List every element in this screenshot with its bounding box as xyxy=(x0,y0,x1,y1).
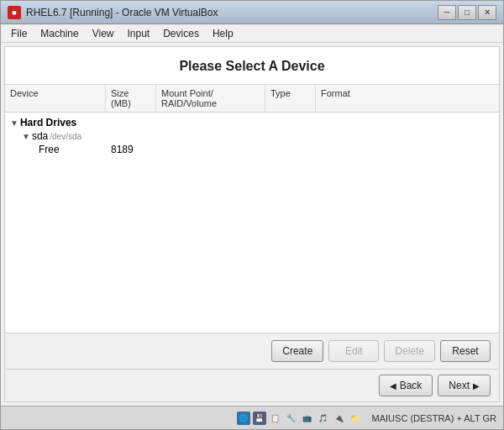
menu-view[interactable]: View xyxy=(86,26,121,41)
free-size: 8189 xyxy=(106,143,156,156)
back-button[interactable]: ◀ Back xyxy=(379,375,433,396)
close-button[interactable]: ✕ xyxy=(478,5,496,20)
edit-button: Edit xyxy=(328,340,379,362)
window-title: RHEL6.7 [Running] - Oracle VM VirtualBox xyxy=(26,7,438,18)
free-label: Free xyxy=(5,143,106,156)
group-hard-drives: ▼ Hard Drives xyxy=(5,116,106,129)
storage-icon[interactable]: 💾 xyxy=(253,412,266,425)
window-controls: ─ □ ✕ xyxy=(438,5,496,20)
menu-machine[interactable]: Machine xyxy=(34,26,85,41)
col-device: Device xyxy=(5,85,106,112)
page-title: Please Select A Device xyxy=(5,47,499,85)
usb-icon[interactable]: 🔌 xyxy=(333,412,346,425)
list-item[interactable]: Free 8189 xyxy=(5,143,499,156)
status-icons: 🌐 💾 📋 🔧 📺 🎵 🔌 📁 xyxy=(237,412,362,425)
col-format: Format xyxy=(316,85,375,112)
table-header: Device Size (MB) Mount Point/ RAID/Volum… xyxy=(5,85,499,113)
delete-button: Delete xyxy=(384,340,435,362)
title-bar: ■ RHEL6.7 [Running] - Oracle VM VirtualB… xyxy=(1,1,503,24)
expand-icon: ▼ xyxy=(22,132,30,141)
sda-device: ▼ sda /dev/sda xyxy=(5,129,106,143)
app-icon: ■ xyxy=(8,6,21,19)
action-bar: Create Edit Delete Reset xyxy=(5,333,499,369)
shared-icon[interactable]: 📁 xyxy=(349,412,362,425)
back-icon: ◀ xyxy=(390,381,396,391)
sda-path: /dev/sda xyxy=(50,132,81,141)
keyboard-status: MAIUSC (DESTRA) + ALT GR xyxy=(372,413,496,423)
create-button[interactable]: Create xyxy=(271,340,323,362)
device-tree[interactable]: ▼ Hard Drives ▼ sda /dev/sda xyxy=(5,113,499,333)
maximize-button[interactable]: □ xyxy=(458,5,476,20)
status-bar: 🌐 💾 📋 🔧 📺 🎵 🔌 📁 MAIUSC (DESTRA) + ALT GR xyxy=(1,406,503,429)
list-item[interactable]: ▼ sda /dev/sda xyxy=(5,129,499,143)
audio-icon[interactable]: 🎵 xyxy=(317,412,330,425)
next-icon: ▶ xyxy=(473,381,480,391)
menu-devices[interactable]: Devices xyxy=(156,26,206,41)
menu-file[interactable]: File xyxy=(4,26,34,41)
col-mount: Mount Point/ RAID/Volume xyxy=(156,85,265,112)
tools-icon[interactable]: 🔧 xyxy=(285,412,298,425)
col-type: Type xyxy=(265,85,316,112)
list-item[interactable]: ▼ Hard Drives xyxy=(5,116,499,129)
network-icon[interactable]: 🌐 xyxy=(237,412,250,425)
content-area: Please Select A Device Device Size (MB) … xyxy=(4,46,500,402)
menu-help[interactable]: Help xyxy=(206,26,240,41)
menu-bar: File Machine View Input Devices Help xyxy=(1,24,503,43)
next-button[interactable]: Next ▶ xyxy=(438,375,491,396)
menu-input[interactable]: Input xyxy=(121,26,157,41)
col-size: Size (MB) xyxy=(106,85,156,112)
reset-button[interactable]: Reset xyxy=(440,340,491,362)
nav-bar: ◀ Back Next ▶ xyxy=(5,369,499,401)
minimize-button[interactable]: ─ xyxy=(438,5,456,20)
clipboard-icon[interactable]: 📋 xyxy=(269,412,282,425)
main-window: ■ RHEL6.7 [Running] - Oracle VM VirtualB… xyxy=(0,0,504,430)
expand-icon: ▼ xyxy=(10,118,18,128)
display-icon[interactable]: 📺 xyxy=(301,412,314,425)
